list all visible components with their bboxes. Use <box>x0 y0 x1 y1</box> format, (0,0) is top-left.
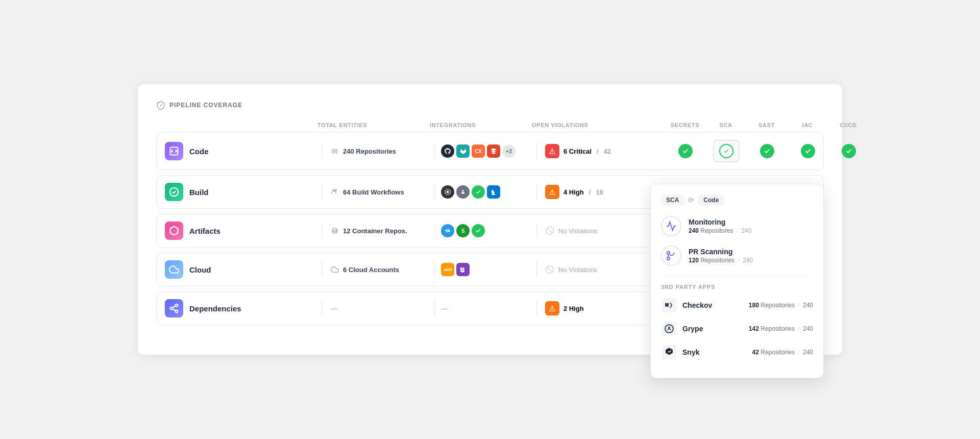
pipeline-coverage-card: PIPELINE COVERAGE TOTAL ENTITIES INTEGRA… <box>138 84 842 355</box>
checkov-icon <box>661 297 677 313</box>
terraform-icon <box>456 263 470 276</box>
build-integrations <box>430 184 532 200</box>
github-icon <box>441 144 454 158</box>
table-row[interactable]: Code 240 Repositories CX +2 <box>156 132 824 170</box>
grype-row: Grype 142 Repositories / 240 <box>661 321 813 337</box>
code-iac-check <box>788 144 828 158</box>
check-outline-icon <box>719 144 733 158</box>
svg-point-2 <box>335 189 337 191</box>
circleci-icon <box>441 185 454 199</box>
svg-point-17 <box>170 307 173 310</box>
snyk-counts: 42 Repositories / 240 <box>752 349 813 356</box>
build-icon <box>165 183 183 201</box>
aws-icon: AWS <box>441 263 454 276</box>
shield-icon <box>156 101 165 110</box>
artifacts-total: 12 Container Repos. <box>318 223 430 238</box>
bitbucket-icon <box>487 144 500 158</box>
svg-line-13 <box>547 228 553 234</box>
third-party-title: 3RD PARTY APPS <box>661 284 813 290</box>
col-header-violations: OPEN VIOLATIONS <box>532 122 665 128</box>
cloud-total: 6 Cloud Accounts <box>318 262 430 277</box>
check-icon <box>842 144 856 158</box>
popup-pr-item: PR Scanning 120 Repositories / 240 <box>661 246 813 266</box>
grype-icon <box>661 321 677 337</box>
col-header-entity <box>164 122 317 128</box>
entity-cell-cloud: Cloud <box>165 260 318 279</box>
snyk-icon <box>661 344 677 360</box>
svg-point-6 <box>332 228 337 230</box>
svg-point-20 <box>667 257 670 260</box>
svg-rect-7 <box>445 230 446 231</box>
popup-divider <box>661 275 813 276</box>
svg-rect-10 <box>448 230 449 231</box>
checkov-row: Checkov 180 Repositories / 240 <box>661 297 813 313</box>
snyk-name: Snyk <box>682 348 699 356</box>
sonatype-icon: S <box>456 224 470 237</box>
critical-badge <box>545 144 559 158</box>
checkmarx-icon: CX <box>472 144 485 158</box>
cloud-integrations: AWS <box>430 262 532 277</box>
snyk-row: Snyk 42 Repositories / 240 <box>661 344 813 360</box>
code-sca-check[interactable] <box>706 140 747 162</box>
code-icon <box>165 142 183 160</box>
popup-tag-code: Code <box>698 194 724 206</box>
monitoring-icon <box>661 216 681 236</box>
green-icon <box>472 185 485 199</box>
high-badge <box>545 185 559 199</box>
entity-cell-artifacts: Artifacts <box>165 222 318 240</box>
col-header-integrations: INTEGRATIONS <box>430 122 532 128</box>
checkov-name: Checkov <box>682 301 712 309</box>
svg-point-19 <box>667 252 670 255</box>
svg-rect-11 <box>448 229 449 230</box>
artifacts-name: Artifacts <box>189 227 220 235</box>
code-secrets-check <box>665 144 706 158</box>
gitlab-icon <box>456 144 470 158</box>
code-sast-check <box>747 144 788 158</box>
col-header-sca: SCA <box>705 122 746 128</box>
plus-badge: +2 <box>502 144 516 158</box>
col-header-cicd: CI/CD <box>828 122 869 128</box>
docker-icon <box>441 224 454 237</box>
svg-point-18 <box>176 310 178 312</box>
section-title: PIPELINE COVERAGE <box>156 101 824 110</box>
green-check-icon <box>472 224 485 237</box>
check-icon <box>760 144 774 158</box>
pr-icon <box>661 246 681 266</box>
dependencies-name: Dependencies <box>189 304 241 313</box>
popup-header: SCA ⟳ Code <box>661 194 813 206</box>
svg-rect-9 <box>446 229 447 230</box>
check-icon <box>678 144 693 158</box>
sca-popup: SCA ⟳ Code Monitoring 240 Repositores / … <box>650 184 824 378</box>
build-name: Build <box>189 188 209 197</box>
grype-counts: 142 Repositories / 240 <box>749 325 813 332</box>
svg-rect-8 <box>446 230 447 231</box>
artifacts-icon <box>165 222 183 240</box>
build-violations: 4 High / 18 <box>532 184 665 200</box>
dependencies-integrations: — <box>430 301 532 316</box>
svg-point-16 <box>176 304 178 307</box>
popup-monitoring-item: Monitoring 240 Repositores / 240 <box>661 216 813 236</box>
col-header-total: TOTAL ENTITIES <box>317 122 430 128</box>
sca-highlighted-cell[interactable] <box>713 140 740 162</box>
artifacts-integrations: S <box>430 223 532 238</box>
entity-cell-build: Build <box>165 183 318 201</box>
monitoring-counts: 240 Repositores / 240 <box>689 227 751 234</box>
code-total: 240 Repositories <box>318 143 430 159</box>
monitoring-label: Monitoring <box>689 218 751 226</box>
grype-name: Grype <box>682 325 703 333</box>
high-badge <box>545 301 559 315</box>
svg-line-15 <box>547 267 553 273</box>
svg-point-5 <box>462 190 464 192</box>
check-icon <box>801 144 815 158</box>
dependencies-total: — <box>318 301 430 316</box>
checkov-counts: 180 Repositories / 240 <box>749 302 813 309</box>
code-integrations: CX +2 <box>430 143 532 159</box>
dependencies-violations: 2 High <box>532 301 665 316</box>
col-header-secrets: SECRETS <box>665 122 705 128</box>
table-header: TOTAL ENTITIES INTEGRATIONS OPEN VIOLATI… <box>156 122 824 132</box>
col-header-iac: IAC <box>787 122 828 128</box>
entity-cell-dependencies: Dependencies <box>165 299 318 318</box>
col-header-sast: SAST <box>746 122 787 128</box>
codefresh-icon <box>456 185 470 199</box>
entity-cell-code: Code <box>165 142 318 160</box>
